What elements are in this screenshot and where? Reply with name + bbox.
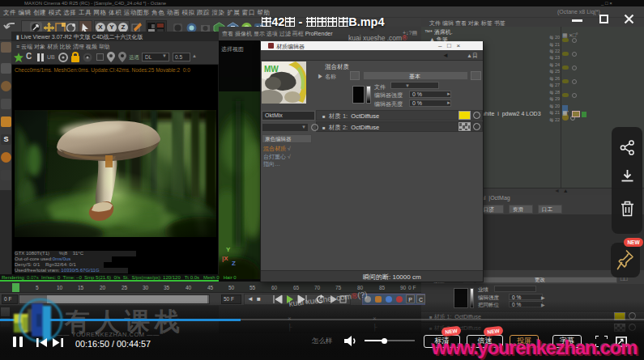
svg-text:MW: MW	[264, 65, 279, 74]
